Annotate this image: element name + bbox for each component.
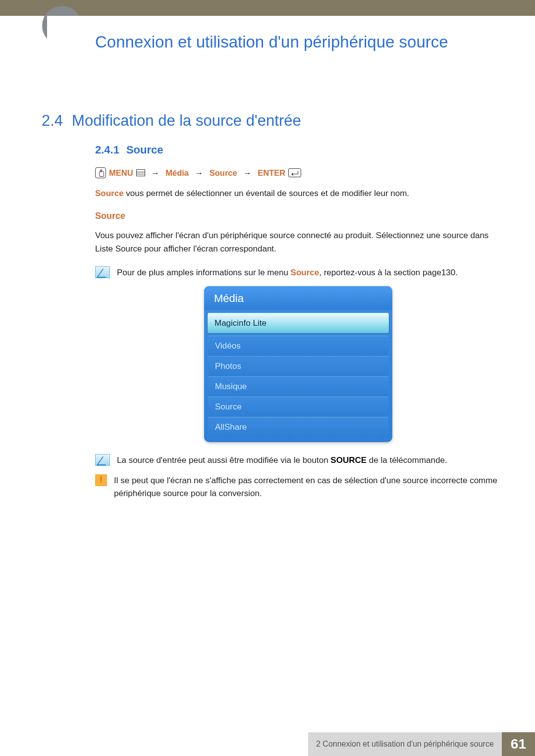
warning-note-text: Il se peut que l'écran ne s'affiche pas … (114, 474, 501, 501)
osd-item-photos[interactable]: Photos (208, 356, 388, 376)
enter-icon (288, 168, 301, 177)
osd-item-allshare[interactable]: AllShare (208, 417, 388, 437)
nav-arrow-2: → (195, 168, 204, 178)
osd-item-magicinfo[interactable]: Magicinfo Lite (207, 313, 389, 334)
subsection-title: Source (126, 144, 163, 156)
note2-pre: La source d'entrée peut aussi être modif… (117, 455, 330, 465)
info-note-1: Pour de plus amples informations sur le … (95, 266, 501, 279)
menu-navigation-path: MENU → Média → Source → ENTER (95, 167, 501, 178)
footer-spacer (0, 732, 308, 756)
nav-menu-label: MENU (109, 168, 133, 178)
nav-enter-label: ENTER (258, 168, 285, 178)
remote-hand-icon (95, 167, 106, 178)
page: Connexion et utilisation d'un périphériq… (0, 16, 535, 756)
subsection-number: 2.4.1 (95, 144, 119, 156)
section-title: Modification de la source d'entrée (72, 112, 301, 130)
page-footer: 2 Connexion et utilisation d'un périphér… (0, 732, 535, 756)
nav-media-label: Média (165, 168, 189, 178)
source-heading: Source (95, 211, 501, 221)
chapter-title: Connexion et utilisation d'un périphériq… (95, 32, 495, 52)
osd-item-source[interactable]: Source (208, 397, 388, 417)
osd-item-videos[interactable]: Vidéos (208, 336, 388, 356)
nav-arrow-3: → (243, 168, 252, 178)
section-heading: 2.4 Modification de la source d'entrée (42, 112, 495, 130)
info-note-1-text: Pour de plus amples informations sur le … (117, 266, 501, 279)
top-bar (0, 0, 535, 16)
subsection-heading: 2.4.1 Source (95, 144, 501, 156)
footer-chapter-label: 2 Connexion et utilisation d'un périphér… (308, 732, 502, 756)
nav-arrow-1: → (151, 168, 160, 178)
warning-note: Il se peut que l'écran ne s'affiche pas … (95, 474, 501, 501)
info-note-2-text: La source d'entrée peut aussi être modif… (117, 454, 501, 467)
info-icon (95, 266, 110, 278)
paragraph-1: Source vous permet de sélectionner un év… (95, 187, 501, 200)
osd-title: Média (204, 286, 392, 310)
osd-media-menu: Média Magicinfo Lite Vidéos Photos Musiq… (204, 286, 392, 442)
warning-icon (95, 474, 107, 486)
note2-bold: SOURCE (330, 455, 367, 465)
footer-page-number: 61 (502, 732, 535, 756)
menu-icon (136, 169, 145, 176)
note1-bold: Source (291, 268, 320, 277)
section-number: 2.4 (42, 112, 63, 130)
paragraph-1-rest: vous permet de sélectionner un éventail … (124, 189, 409, 198)
content-area: 2.4.1 Source MENU → Média → Source → ENT… (95, 144, 501, 507)
note1-post: , reportez-vous à la section page130. (319, 268, 458, 277)
paragraph-1-lead: Source (95, 189, 124, 198)
info-note-2: La source d'entrée peut aussi être modif… (95, 454, 501, 467)
note1-pre: Pour de plus amples informations sur le … (117, 268, 291, 277)
osd-item-musique[interactable]: Musique (208, 376, 388, 397)
paragraph-2: Vous pouvez afficher l'écran d'un périph… (95, 229, 501, 255)
info-icon (95, 454, 110, 466)
nav-source-label: Source (210, 168, 237, 178)
note2-post: de la télécommande. (367, 455, 447, 465)
